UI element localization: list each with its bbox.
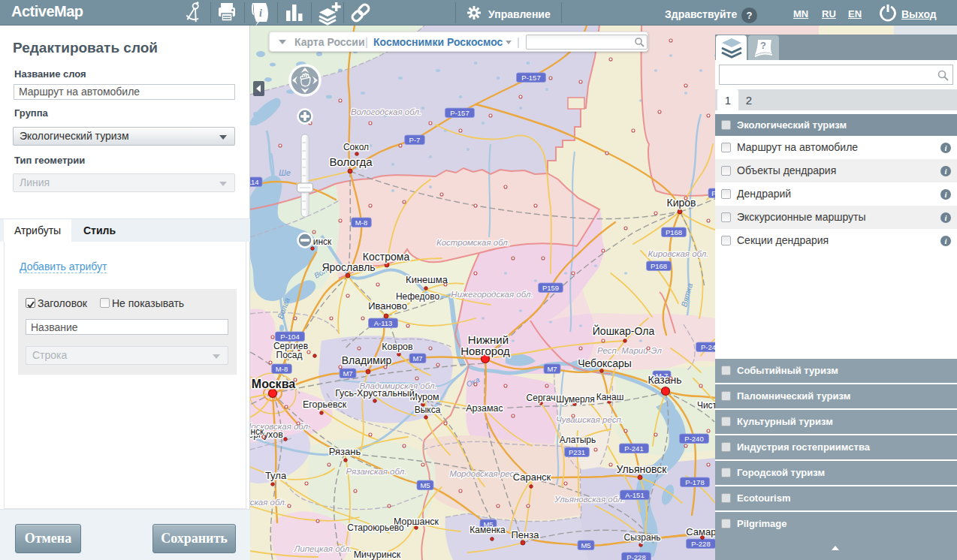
- svg-text:Иваново: Иваново: [368, 300, 407, 312]
- svg-text:Канаш: Канаш: [596, 392, 624, 402]
- svg-text:Вологодская обл.: Вологодская обл.: [351, 107, 421, 116]
- svg-text:Новгород: Новгород: [460, 345, 510, 357]
- svg-text:М7: М7: [547, 365, 557, 373]
- svg-text:Кострома: Кострома: [363, 251, 410, 263]
- svg-text:Кировская обл.: Кировская обл.: [648, 249, 709, 258]
- svg-text:Москва: Москва: [252, 378, 295, 390]
- svg-text:М5: М5: [420, 481, 430, 489]
- svg-text:Рязань: Рязань: [329, 446, 361, 457]
- svg-text:Шумерля: Шумерля: [556, 394, 595, 405]
- svg-text:Р-241: Р-241: [624, 444, 643, 453]
- svg-text:Посад: Посад: [276, 350, 303, 360]
- svg-text:Рязанская обл.: Рязанская обл.: [346, 467, 407, 476]
- svg-text:Костромская обл.: Костромская обл.: [436, 238, 510, 247]
- svg-text:?: ?: [760, 40, 766, 51]
- svg-text:Р-157: Р-157: [521, 74, 540, 82]
- svg-text:Егорьевск: Егорьевск: [303, 399, 347, 410]
- svg-text:Чебоксары: Чебоксары: [578, 357, 632, 369]
- svg-text:Кинешма: Кинешма: [406, 274, 448, 285]
- svg-text:Ульяновская обл.: Ульяновская обл.: [554, 495, 624, 504]
- svg-text:льская обл.: льская обл.: [250, 498, 287, 507]
- svg-text:Казань: Казань: [648, 374, 681, 386]
- svg-text:Владимир: Владимир: [342, 354, 392, 366]
- svg-text:Р-240: Р-240: [684, 435, 703, 443]
- svg-text:Мордовская респ.: Мордовская респ.: [449, 469, 521, 478]
- svg-text:Ульяновск: Ульяновск: [617, 463, 668, 475]
- svg-text:Киров: Киров: [667, 197, 696, 209]
- svg-text:А-151: А-151: [625, 491, 644, 499]
- svg-text:Ярославль: Ярославль: [322, 261, 375, 273]
- svg-text:Гусь-Хрустальный: Гусь-Хрустальный: [335, 388, 415, 399]
- svg-text:Р-228: Р-228: [626, 553, 645, 560]
- svg-text:М7: М7: [412, 354, 422, 363]
- svg-text:Р159: Р159: [542, 284, 559, 292]
- svg-text:Выкса: Выкса: [415, 405, 441, 415]
- svg-text:Староюрьево: Староюрьево: [347, 522, 404, 533]
- svg-text:Липецкая обл.: Липецкая обл.: [293, 544, 352, 553]
- svg-text:Сызрань: Сызрань: [623, 532, 660, 543]
- svg-text:Р-157: Р-157: [450, 109, 469, 117]
- svg-text:инск: инск: [250, 426, 264, 437]
- svg-text:Р-24: Р-24: [701, 343, 716, 351]
- svg-text:Ковров: Ковров: [382, 342, 413, 352]
- svg-text:М5: М5: [581, 541, 590, 549]
- svg-text:Саранск: Саранск: [513, 471, 551, 483]
- svg-text:Р-104: Р-104: [280, 333, 299, 341]
- svg-text:Чувашская респ.: Чувашская респ.: [556, 415, 623, 424]
- svg-text:Сергач: Сергач: [527, 393, 556, 403]
- svg-text:Р231: Р231: [569, 448, 585, 456]
- svg-text:Йошкар-Ола: Йошкар-Ола: [593, 324, 655, 337]
- svg-text:Респ. Марий-Эл: Респ. Марий-Эл: [597, 346, 662, 355]
- svg-text:i: i: [259, 8, 262, 19]
- svg-text:Мичуринск: Мичуринск: [354, 549, 401, 560]
- svg-text:Р168: Р168: [666, 228, 682, 236]
- svg-text:Р-178: Р-178: [685, 478, 704, 486]
- svg-text:Тула: Тула: [265, 470, 287, 481]
- svg-text:Р-228: Р-228: [691, 540, 710, 548]
- svg-text:Нижегородская обл.: Нижегородская обл.: [451, 290, 533, 299]
- svg-text:Арзамас: Арзамас: [466, 403, 503, 414]
- svg-text:Каменка: Каменка: [469, 525, 506, 535]
- svg-text:М7: М7: [343, 369, 352, 378]
- svg-text:Чист: Чист: [697, 400, 717, 411]
- svg-text:А-113: А-113: [374, 319, 393, 327]
- svg-text:М-8: М-8: [276, 365, 288, 373]
- svg-text:Р-7: Р-7: [409, 136, 421, 144]
- svg-text:Алатырь: Алатырь: [560, 435, 596, 445]
- svg-text:Пенза: Пенза: [512, 529, 540, 540]
- svg-text:Р168: Р168: [651, 262, 667, 270]
